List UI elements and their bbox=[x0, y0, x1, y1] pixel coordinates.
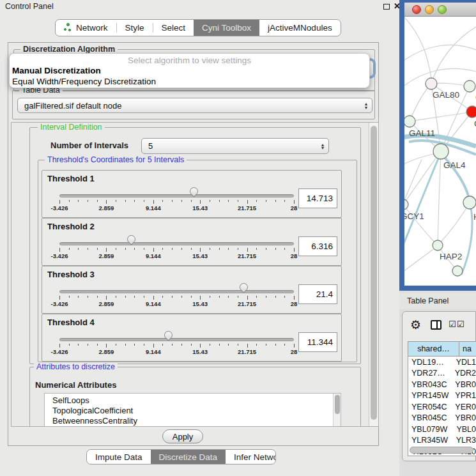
float-window-icon[interactable] bbox=[383, 4, 390, 10]
column-header-shared-name[interactable]: shared… bbox=[408, 342, 459, 356]
network-node[interactable] bbox=[466, 106, 476, 118]
slider-tick-label: 2.859 bbox=[99, 204, 114, 211]
table-row[interactable]: YPR145WYPR1 bbox=[408, 390, 476, 402]
attributes-to-discretize-label: Attributes to discretize bbox=[34, 362, 118, 371]
threshold-1-value-field[interactable]: 14.713 bbox=[298, 188, 337, 208]
network-node-label: GAL11 bbox=[409, 128, 435, 138]
network-edge bbox=[404, 249, 433, 275]
slider-tick-label: 21.715 bbox=[238, 252, 256, 259]
tab-cyni-toolbox[interactable]: Cyni Toolbox bbox=[194, 20, 259, 36]
zoom-traffic-light-icon[interactable] bbox=[438, 5, 447, 14]
combo-stepper-icon: ▴▾ bbox=[365, 102, 367, 109]
table-row[interactable]: YDL19…YDL1 bbox=[408, 357, 476, 368]
close-traffic-light-icon[interactable] bbox=[412, 5, 421, 14]
network-node-label: GAL80 bbox=[433, 90, 459, 100]
tab-jactivemnodules[interactable]: jActiveMNodules bbox=[259, 20, 341, 36]
checkbox-icon[interactable]: ☑ bbox=[457, 319, 464, 329]
checkbox-icon[interactable]: ☑ bbox=[449, 319, 456, 329]
slider-tick-label: -3.426 bbox=[51, 300, 68, 307]
threshold-2-panel: Threshold 2 -3.4262.8599.14415.4321.7152… bbox=[42, 218, 342, 266]
network-edge bbox=[410, 112, 472, 121]
slider-tick-label: 9.144 bbox=[146, 204, 161, 211]
tab-style[interactable]: Style bbox=[117, 20, 153, 36]
threshold-4-panel: Threshold 4 -3.4262.8599.14415.4321.7152… bbox=[42, 314, 342, 362]
minimize-traffic-light-icon[interactable] bbox=[425, 5, 434, 14]
apply-button[interactable]: Apply bbox=[162, 429, 203, 443]
table-row[interactable]: YBR045CYBR0 bbox=[408, 413, 476, 424]
horizontal-scrollbar-thumb[interactable] bbox=[410, 447, 473, 454]
network-node[interactable] bbox=[464, 81, 475, 92]
slider-tick-label: 15.43 bbox=[192, 204, 208, 211]
panel-scrollbar-thumb[interactable] bbox=[371, 126, 377, 420]
network-node[interactable] bbox=[404, 116, 415, 127]
threshold-coordinates-label: Threshold's Coordinates for 5 Intervals bbox=[45, 155, 187, 164]
slider-ruler bbox=[59, 248, 294, 252]
tab-discretize-data[interactable]: Discretize Data bbox=[151, 450, 226, 464]
slider-tick-label: -3.426 bbox=[51, 348, 68, 355]
table-panel: ⚙ ☑ ☑ shared… na YDL19…YDL1 YDR27…YDR2 Y… bbox=[402, 311, 476, 461]
network-edge bbox=[410, 84, 431, 121]
network-node[interactable] bbox=[404, 199, 408, 210]
control-panel-titlebar: Control Panel ✕ bbox=[0, 0, 399, 13]
table-row[interactable]: YLR345WYLR3 bbox=[408, 435, 476, 447]
attributes-group: Attributes to discretize Numerical Attri… bbox=[29, 367, 361, 427]
network-node[interactable] bbox=[433, 144, 449, 159]
dropdown-option-manual-discretization[interactable]: Manual Discretization bbox=[12, 66, 101, 75]
tab-impute-data[interactable]: Impute Data bbox=[87, 450, 151, 464]
threshold-3-slider-thumb[interactable] bbox=[240, 283, 249, 293]
slider-tick-label: 2.859 bbox=[99, 300, 114, 307]
number-of-intervals-combobox[interactable]: 5 ▴▾ bbox=[141, 138, 329, 154]
slider-ruler bbox=[59, 296, 294, 300]
network-node[interactable] bbox=[433, 240, 443, 250]
network-edge bbox=[438, 203, 470, 245]
slider-tick-label: 15.43 bbox=[192, 252, 208, 259]
network-canvas[interactable]: GAL80GACGAL11GAL4GCY1HHAP2 bbox=[404, 17, 476, 286]
interval-definition-group: Interval Definition Number of Intervals … bbox=[29, 127, 361, 364]
gear-icon[interactable]: ⚙ bbox=[410, 318, 421, 332]
network-node[interactable] bbox=[463, 196, 476, 209]
slider-tick-label: 9.144 bbox=[146, 348, 161, 355]
threshold-2-slider-thumb[interactable] bbox=[127, 235, 137, 245]
dropdown-option-equal-width[interactable]: Equal Width/Frequency Discretization bbox=[12, 77, 156, 86]
tab-select[interactable]: Select bbox=[153, 20, 194, 36]
interval-definition-label: Interval Definition bbox=[38, 123, 105, 132]
network-node-label: H bbox=[473, 212, 476, 222]
table-data-combobox[interactable]: galFiltered.sif default node ▴▾ bbox=[17, 98, 372, 113]
settings-scrollpanel: Interval Definition Number of Intervals … bbox=[11, 122, 379, 427]
slider-tick-label: 21.715 bbox=[238, 300, 256, 307]
slider-tick-label: 28 bbox=[291, 348, 298, 355]
table-row[interactable]: YBL079WYBL0 bbox=[408, 424, 476, 435]
slider-tick-label: 28 bbox=[291, 252, 298, 259]
table-row[interactable]: YER054CYER0 bbox=[408, 401, 476, 413]
tab-infer-network[interactable]: Infer Network bbox=[226, 450, 276, 464]
threshold-4-value-field[interactable]: 11.344 bbox=[298, 332, 337, 352]
network-node[interactable] bbox=[426, 78, 437, 89]
threshold-2-label: Threshold 2 bbox=[47, 222, 95, 231]
table-header-row: shared… na bbox=[408, 342, 476, 357]
network-node[interactable] bbox=[452, 266, 463, 276]
table-row[interactable]: YBR043CYBR0 bbox=[408, 379, 476, 390]
table-row[interactable]: YDR27…YDR2 bbox=[408, 368, 476, 380]
list-item[interactable]: SelfLoops bbox=[45, 395, 341, 406]
slider-tick-label: 28 bbox=[291, 300, 298, 307]
slider-tick-label: -3.426 bbox=[51, 204, 68, 211]
network-view-window: GAL80GACGAL11GAL4GCY1HHAP2 bbox=[399, 0, 476, 291]
threshold-coordinates-group: Threshold's Coordinates for 5 Intervals … bbox=[38, 160, 357, 362]
list-scrollbar-thumb[interactable] bbox=[335, 395, 340, 414]
list-item[interactable]: BetweennessCentrality bbox=[45, 416, 341, 426]
threshold-3-value-field[interactable]: 21.4 bbox=[298, 284, 337, 304]
slider-tick-label: 2.859 bbox=[99, 348, 114, 355]
tab-network[interactable]: Network bbox=[56, 20, 116, 36]
slider-tick-label: 15.43 bbox=[192, 300, 208, 307]
column-header-name[interactable]: na bbox=[459, 342, 476, 356]
slider-tick-label: 28 bbox=[291, 204, 298, 211]
list-item[interactable]: TopologicalCoefficient bbox=[45, 406, 341, 416]
threshold-1-slider-thumb[interactable] bbox=[190, 187, 199, 197]
slider-ruler bbox=[59, 344, 294, 348]
network-edge bbox=[438, 151, 441, 245]
numerical-attributes-label: Numerical Attributes bbox=[35, 380, 116, 390]
threshold-2-value-field[interactable]: 6.316 bbox=[298, 236, 337, 256]
split-columns-icon[interactable] bbox=[431, 320, 441, 330]
threshold-4-slider-thumb[interactable] bbox=[164, 331, 174, 341]
network-edge-highlighted bbox=[461, 204, 472, 275]
